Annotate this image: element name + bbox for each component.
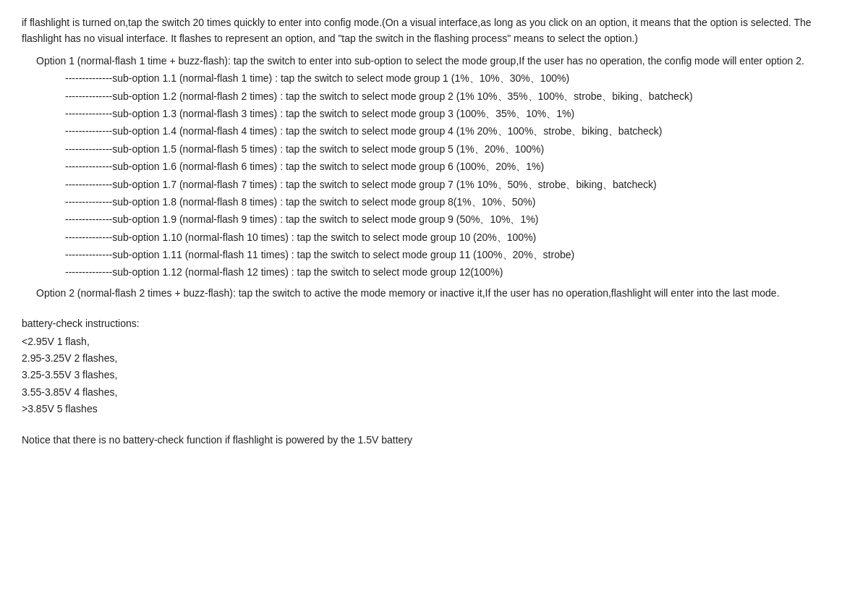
sub-option-1-9: --------------sub-option 1.9 (normal-fla… (65, 211, 846, 227)
option1-section: Option 1 (normal-flash 1 time + buzz-fla… (22, 53, 846, 281)
option1-header-text: Option 1 (normal-flash 1 time + buzz-fla… (36, 55, 804, 67)
battery-line-2: 2.95-3.25V 2 flashes, (22, 350, 846, 366)
sub-option-1-10-text: sub-option 1.10 (normal-flash 10 times) … (112, 231, 536, 243)
sub-option-1-8: --------------sub-option 1.8 (normal-fla… (65, 194, 846, 210)
sub-option-1-11-text: sub-option 1.11 (normal-flash 11 times) … (112, 249, 574, 260)
battery-line-1: <2.95V 1 flash, (22, 333, 846, 349)
option2-section: Option 2 (normal-flash 2 times + buzz-fl… (22, 285, 846, 301)
sub-option-prefix-6: -------------- (65, 161, 112, 172)
option2-text: Option 2 (normal-flash 2 times + buzz-fl… (36, 285, 846, 301)
intro-text: if flashlight is turned on,tap the switc… (22, 14, 846, 47)
option1-header: Option 1 (normal-flash 1 time + buzz-fla… (36, 53, 846, 69)
sub-option-prefix-4: -------------- (65, 125, 112, 137)
sub-option-prefix-7: -------------- (65, 179, 112, 190)
sub-option-1-3-text: sub-option 1.3 (normal-flash 3 times) : … (112, 108, 574, 119)
sub-option-prefix-2: -------------- (65, 90, 112, 102)
sub-option-prefix-9: -------------- (65, 213, 112, 225)
sub-option-prefix-10: -------------- (65, 231, 112, 243)
sub-option-1-4-text: sub-option 1.4 (normal-flash 4 times) : … (112, 125, 662, 137)
sub-option-1-3: --------------sub-option 1.3 (normal-fla… (65, 106, 846, 122)
sub-option-prefix-5: -------------- (65, 143, 112, 155)
notice-section: Notice that there is no battery-check fu… (22, 432, 846, 448)
sub-option-prefix-8: -------------- (65, 196, 112, 208)
sub-option-1-8-text: sub-option 1.8 (normal-flash 8 times) : … (112, 196, 535, 208)
sub-option-1-6: --------------sub-option 1.6 (normal-fla… (65, 158, 846, 174)
battery-line-3: 3.25-3.55V 3 flashes, (22, 367, 846, 383)
battery-title: battery-check instructions: (22, 315, 846, 331)
battery-line-5: >3.85V 5 flashes (22, 401, 846, 417)
sub-option-1-7: --------------sub-option 1.7 (normal-fla… (65, 177, 846, 192)
sub-option-1-10: --------------sub-option 1.10 (normal-fl… (65, 229, 846, 245)
sub-option-1-12-text: sub-option 1.12 (normal-flash 12 times) … (112, 266, 503, 278)
sub-option-prefix-1: -------------- (65, 72, 112, 84)
sub-option-1-11: --------------sub-option 1.11 (normal-fl… (65, 247, 846, 263)
battery-line-4: 3.55-3.85V 4 flashes, (22, 384, 846, 400)
sub-option-1-4: --------------sub-option 1.4 (normal-fla… (65, 123, 846, 139)
battery-section: battery-check instructions: <2.95V 1 fla… (22, 315, 846, 417)
sub-option-1-5-text: sub-option 1.5 (normal-flash 5 times) : … (112, 143, 544, 155)
sub-option-1-2: --------------sub-option 1.2 (normal-fla… (65, 88, 846, 104)
notice-text: Notice that there is no battery-check fu… (22, 432, 846, 448)
sub-option-1-1: --------------sub-option 1.1 (normal-fla… (65, 70, 846, 86)
sub-option-prefix-11: -------------- (65, 249, 112, 260)
sub-option-prefix-12: -------------- (65, 266, 112, 278)
sub-option-1-2-text: sub-option 1.2 (normal-flash 2 times) : … (112, 90, 692, 102)
sub-option-prefix-3: -------------- (65, 108, 112, 119)
content-area: if flashlight is turned on,tap the switc… (22, 14, 846, 448)
sub-option-1-7-text: sub-option 1.7 (normal-flash 7 times) : … (112, 179, 656, 190)
intro-paragraph: if flashlight is turned on,tap the switc… (22, 14, 846, 47)
sub-option-1-6-text: sub-option 1.6 (normal-flash 6 times) : … (112, 161, 544, 172)
sub-option-1-9-text: sub-option 1.9 (normal-flash 9 times) : … (112, 213, 538, 225)
sub-option-1-12: --------------sub-option 1.12 (normal-fl… (65, 264, 846, 280)
sub-option-1-1-text: sub-option 1.1 (normal-flash 1 time) : t… (112, 72, 569, 84)
sub-option-1-5: --------------sub-option 1.5 (normal-fla… (65, 141, 846, 157)
